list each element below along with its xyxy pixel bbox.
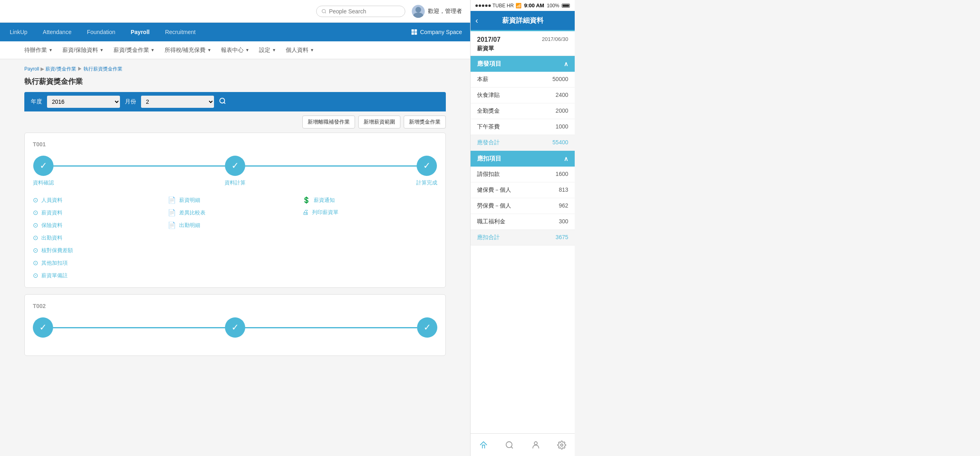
income-value-attendance-bonus: 2000 — [556, 107, 568, 115]
check-circle-icon-3: ⊙ — [33, 221, 38, 229]
svg-rect-6 — [412, 32, 414, 35]
home-icon — [479, 441, 488, 450]
svg-point-0 — [322, 9, 325, 13]
item-premium-diff[interactable]: ⊙ 核對保費差額 — [33, 246, 168, 254]
deduction-label-labor: 勞保費－個人 — [477, 202, 511, 210]
main-content: Payroll ▶ 薪資/獎金作業 ▶ 執行薪資獎金作業 執行薪資獎金作業 年度… — [0, 59, 470, 456]
subnav-report[interactable]: 報表中心 ▼ — [221, 47, 249, 54]
nav-person[interactable] — [523, 434, 549, 456]
battery-icon — [562, 4, 570, 8]
income-label-base: 本薪 — [477, 76, 488, 83]
svg-point-10 — [506, 441, 512, 447]
item-insurance[interactable]: ⊙ 保險資料 — [33, 221, 168, 229]
step-label-3: 計算完成 — [416, 179, 437, 186]
nav-search-mobile[interactable] — [496, 434, 522, 456]
chevron-icon: ▼ — [49, 48, 53, 52]
item-diff-compare[interactable]: 📄 差異比較表 — [168, 209, 303, 216]
add-salary-range-button[interactable]: 新增薪資範圍 — [358, 116, 400, 128]
deduction-label-welfare: 職工福利金 — [477, 218, 505, 225]
nav-payroll[interactable]: Payroll — [129, 29, 152, 35]
item-others[interactable]: ⊙ 其他加扣項 — [33, 259, 168, 267]
nav-foundation[interactable]: Foundation — [85, 29, 117, 35]
step-calc-done: ✓ 計算完成 — [416, 156, 437, 186]
deduction-row-health: 健保費－個人 813 — [471, 182, 575, 198]
year-select[interactable]: 2016 — [47, 96, 120, 108]
back-button[interactable]: ‹ — [475, 16, 478, 25]
search-input[interactable] — [329, 8, 400, 15]
search-icon-mobile — [505, 441, 514, 450]
company-space[interactable]: Company Space — [411, 29, 462, 35]
item-label: 薪資單備註 — [41, 272, 68, 279]
item-payslip-note[interactable]: ⊙ 薪資單備註 — [33, 272, 168, 279]
income-section-header: 應發項目 ∧ — [471, 56, 575, 72]
filter-search-button[interactable] — [219, 97, 226, 107]
search-box[interactable] — [316, 6, 405, 17]
print-icon: 🖨 — [302, 209, 309, 216]
deduction-row-labor: 勞保費－個人 962 — [471, 198, 575, 214]
search-icon — [219, 97, 226, 105]
item-label: 薪資明細 — [179, 197, 200, 204]
year-label: 年度 — [31, 98, 42, 105]
item-label: 核對保費差額 — [41, 247, 73, 254]
mobile-content: 2017/07 薪資單 2017/06/30 應發項目 ∧ 本薪 50000 伙… — [471, 31, 575, 433]
status-right: 100% — [547, 3, 570, 9]
chevron-icon-6: ▼ — [272, 48, 276, 52]
svg-rect-4 — [412, 29, 414, 32]
item-attendance[interactable]: ⊙ 出勤資料 — [33, 234, 168, 242]
nav-attendance[interactable]: Attendance — [41, 29, 73, 35]
item-notify[interactable]: 💲 薪資通知 — [302, 196, 437, 204]
carrier-label: TUBE HR — [492, 3, 514, 9]
nav-home[interactable] — [471, 434, 496, 456]
search-icon — [321, 9, 327, 14]
step-data-confirm: ✓ 資料確認 — [33, 156, 54, 186]
check-circle-icon-5: ⊙ — [33, 246, 38, 254]
subnav-tax[interactable]: 所得稅/補充保費 ▼ — [165, 47, 212, 54]
breadcrumb-payroll[interactable]: Payroll — [24, 66, 39, 72]
workflow-steps-t002: ✓ ✓ ✓ — [33, 317, 437, 338]
deduction-value-health: 813 — [559, 186, 568, 194]
dot-1 — [475, 4, 478, 7]
deduction-value-welfare: 300 — [559, 218, 568, 225]
income-row-tea: 下午茶費 1000 — [471, 119, 575, 135]
step-label-2: 資料計算 — [225, 179, 246, 186]
deduction-chevron-icon: ∧ — [564, 155, 568, 163]
payslip-label: 薪資單 — [477, 45, 501, 52]
subnav-settings[interactable]: 設定 ▼ — [259, 47, 276, 54]
settings-icon — [557, 441, 566, 450]
chevron-icon-7: ▼ — [310, 48, 314, 52]
nav-settings-mobile[interactable] — [549, 434, 575, 456]
income-label-attendance-bonus: 全勤獎金 — [477, 107, 500, 115]
item-attendance-detail[interactable]: 📄 出勤明細 — [168, 221, 303, 229]
deduction-row-leave: 請假扣款 1600 — [471, 167, 575, 182]
item-label: 人員資料 — [41, 197, 62, 204]
item-salary-detail[interactable]: 📄 薪資明細 — [168, 196, 303, 204]
add-resign-button[interactable]: 新增離職補發作業 — [302, 116, 355, 128]
item-print[interactable]: 🖨 列印薪資單 — [302, 209, 437, 216]
income-value-meal: 2400 — [556, 92, 568, 99]
subnav-personal[interactable]: 個人資料 ▼ — [286, 47, 314, 54]
time-label: 9:00 AM — [524, 2, 544, 9]
subnav-pending[interactable]: 待辦作業 ▼ — [24, 47, 53, 54]
mobile-date-right: 2017/06/30 — [542, 36, 568, 42]
chevron-icon-2: ▼ — [100, 48, 104, 52]
step-t002-3: ✓ — [417, 317, 437, 338]
deduction-section-header: 應扣項目 ∧ — [471, 151, 575, 167]
nav-recruitment[interactable]: Recruitment — [163, 29, 197, 35]
breadcrumb-salary-bonus[interactable]: 薪資/獎金作業 — [45, 66, 76, 72]
workflow-steps-t001: ✓ 資料確認 ✓ 資料計算 ✓ 計算完成 — [33, 156, 437, 186]
sub-nav: 待辦作業 ▼ 薪資/保險資料 ▼ 薪資/獎金作業 ▼ 所得稅/補充保費 ▼ 報表… — [0, 41, 470, 59]
add-bonus-button[interactable]: 新增獎金作業 — [404, 116, 446, 128]
item-personnel[interactable]: ⊙ 人員資料 — [33, 196, 168, 204]
subnav-salary-insurance[interactable]: 薪資/保險資料 ▼ — [62, 47, 104, 54]
svg-line-9 — [224, 102, 225, 103]
items-col-2: 📄 薪資明細 📄 差異比較表 📄 出勤明細 — [168, 196, 303, 279]
income-total-row: 應發合計 55400 — [471, 135, 575, 151]
company-space-label: Company Space — [420, 29, 462, 35]
dollar-icon: 💲 — [302, 196, 310, 204]
nav-linkup[interactable]: LinkUp — [8, 29, 29, 35]
subnav-salary-bonus[interactable]: 薪資/獎金作業 ▼ — [113, 47, 155, 54]
income-section-title: 應發項目 — [477, 60, 501, 68]
item-salary[interactable]: ⊙ 薪資資料 — [33, 209, 168, 216]
svg-point-2 — [415, 7, 421, 13]
month-select[interactable]: 2 — [141, 96, 214, 108]
